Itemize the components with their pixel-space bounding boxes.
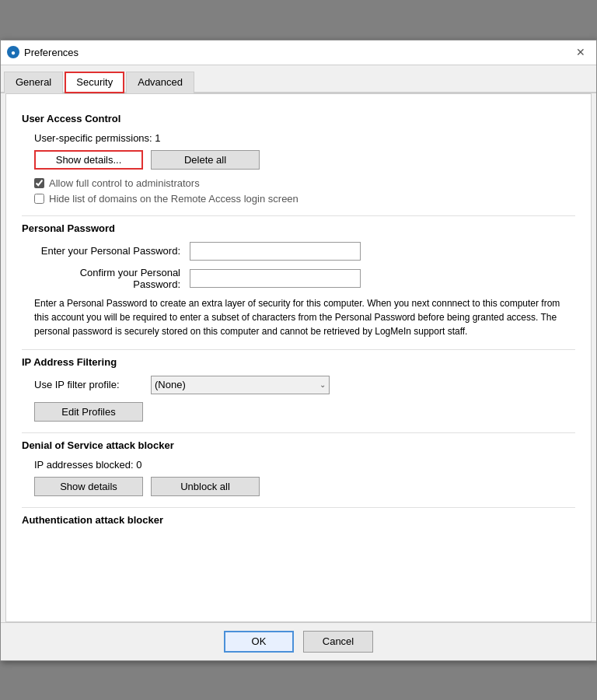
allow-full-control-checkbox[interactable] — [34, 178, 44, 188]
divider-2 — [22, 349, 575, 350]
hide-domains-checkbox[interactable] — [34, 194, 44, 204]
content-area: User Access Control User-specific permis… — [5, 93, 592, 622]
dos-blocker-section: IP addresses blocked: 0 Show details Unb… — [22, 459, 575, 496]
tab-advanced[interactable]: Advanced — [126, 72, 194, 93]
tab-general[interactable]: General — [4, 72, 63, 93]
ip-filtering-section: Use IP filter profile: (None) ⌄ Edit Pro… — [22, 376, 575, 422]
ip-profile-label: Use IP filter profile: — [34, 379, 143, 390]
permissions-label: User-specific permissions: 1 — [34, 132, 575, 144]
tabs-bar: General Security Advanced — [1, 65, 596, 93]
personal-password-title: Personal Password — [22, 222, 575, 234]
dos-blocker-title: Denial of Service attack blocker — [22, 439, 575, 451]
confirm-password-input[interactable] — [190, 269, 361, 288]
divider-1 — [22, 215, 575, 216]
confirm-password-row: Confirm your Personal Password: — [34, 267, 575, 290]
personal-password-section: Enter your Personal Password: Confirm yo… — [22, 242, 575, 338]
enter-password-input[interactable] — [190, 242, 361, 261]
preferences-window: ● Preferences ✕ General Security Advance… — [0, 40, 597, 661]
footer: OK Cancel — [1, 622, 596, 660]
unblock-all-button[interactable]: Unblock all — [151, 477, 260, 496]
blocked-label: IP addresses blocked: 0 — [34, 459, 575, 471]
divider-3 — [22, 432, 575, 433]
delete-all-button[interactable]: Delete all — [151, 150, 260, 170]
cancel-button[interactable]: Cancel — [303, 631, 373, 653]
ok-button[interactable]: OK — [224, 631, 294, 653]
window-title: Preferences — [24, 47, 79, 58]
ip-profile-row: Use IP filter profile: (None) ⌄ — [34, 376, 575, 394]
ip-filtering-buttons: Edit Profiles — [34, 402, 575, 422]
divider-4 — [22, 507, 575, 508]
dos-show-details-button[interactable]: Show details — [34, 477, 143, 496]
titlebar: ● Preferences ✕ — [1, 40, 596, 65]
titlebar-left: ● Preferences — [7, 46, 79, 58]
confirm-password-label: Confirm your Personal Password: — [34, 267, 190, 290]
app-icon: ● — [7, 46, 19, 58]
allow-full-control-label: Allow full control to administrators — [49, 177, 200, 189]
personal-password-description: Enter a Personal Password to create an e… — [34, 296, 575, 338]
enter-password-label: Enter your Personal Password: — [34, 245, 190, 257]
user-access-title: User Access Control — [22, 113, 575, 124]
show-details-button[interactable]: Show details... — [34, 150, 143, 170]
chevron-down-icon: ⌄ — [319, 380, 326, 389]
hide-domains-row: Hide list of domains on the Remote Acces… — [34, 193, 575, 205]
dos-blocker-buttons: Show details Unblock all — [34, 477, 575, 496]
edit-profiles-button[interactable]: Edit Profiles — [34, 402, 143, 422]
auth-blocker-title: Authentication attack blocker — [22, 514, 575, 526]
allow-full-control-row: Allow full control to administrators — [34, 177, 575, 189]
hide-domains-label: Hide list of domains on the Remote Acces… — [49, 193, 298, 205]
close-button[interactable]: ✕ — [571, 43, 590, 61]
ip-profile-select[interactable]: (None) ⌄ — [151, 376, 330, 394]
enter-password-row: Enter your Personal Password: — [34, 242, 575, 261]
user-access-buttons: Show details... Delete all — [34, 150, 575, 170]
tab-security[interactable]: Security — [65, 72, 124, 93]
user-access-section: User-specific permissions: 1 Show detail… — [22, 132, 575, 205]
ip-filtering-title: IP Address Filtering — [22, 356, 575, 368]
ip-profile-value: (None) — [155, 379, 186, 390]
